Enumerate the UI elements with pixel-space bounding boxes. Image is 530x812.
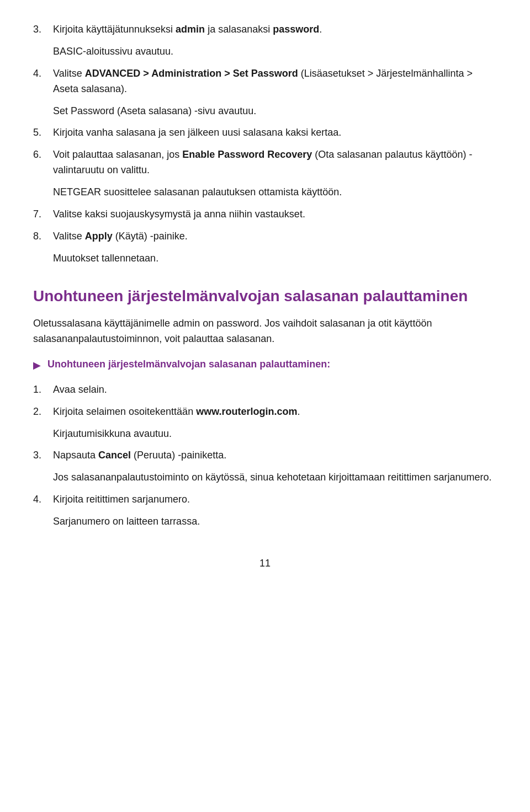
sub-item-number-3: 3. (33, 448, 53, 463)
sub-item-content-1: Avaa selain. (53, 382, 497, 398)
item-content-setpassword: Set Password (Aseta salasana) -sivu avau… (53, 104, 497, 119)
sub-item-content-3: Napsauta Cancel (Peruuta) -painiketta. (53, 448, 497, 463)
item-content-3: Kirjoita käyttäjätunnukseksi admin ja sa… (53, 22, 497, 38)
sub-item-content-2: Kirjoita selaimen osoitekenttään www.rou… (53, 404, 497, 420)
list-item-basic: BASIC-aloitussivu avautuu. (33, 44, 497, 60)
bold-advanced: ADVANCED > Administration > Set Password (85, 68, 298, 79)
page-number: 11 (33, 556, 497, 571)
numbered-list-sub: 1. Avaa selain. 2. Kirjoita selaimen oso… (33, 382, 497, 530)
sub-list-item-3: 3. Napsauta Cancel (Peruuta) -painiketta… (33, 448, 497, 463)
section-heading-forgotten: Unohtuneen järjestelmänvalvojan salasana… (33, 286, 497, 306)
sub-item-content-kirjautuminen: Kirjautumisikkuna avautuu. (53, 426, 497, 442)
item-number-6: 6. (33, 147, 53, 163)
sub-item-number-2: 2. (33, 404, 53, 420)
item-number-3: 3. (33, 22, 53, 38)
item-content-basic: BASIC-aloitussivu avautuu. (53, 44, 497, 60)
sub-list-item-jos: Jos salasananpalautustoiminto on käytöss… (33, 470, 497, 485)
list-item-7: 7. Valitse kaksi suojauskysymystä ja ann… (33, 207, 497, 222)
bold-routerlogin: www.routerlogin.com (196, 406, 297, 417)
sub-item-content-4: Kirjoita reitittimen sarjanumero. (53, 492, 497, 507)
sub-list-item-4: 4. Kirjoita reitittimen sarjanumero. (33, 492, 497, 507)
intro-paragraph: Oletussalasana käyttäjänimelle admin on … (33, 316, 497, 347)
arrow-heading: Unohtuneen järjestelmänvalvojan salasana… (47, 359, 330, 370)
sub-list-item-2: 2. Kirjoita selaimen osoitekenttään www.… (33, 404, 497, 420)
list-item-6: 6. Voit palauttaa salasanan, jos Enable … (33, 147, 497, 178)
item-number-5: 5. (33, 125, 53, 141)
item-content-7: Valitse kaksi suojauskysymystä ja anna n… (53, 207, 497, 222)
main-content: 3. Kirjoita käyttäjätunnukseksi admin ja… (33, 22, 497, 530)
bold-admin: admin (176, 24, 205, 35)
arrow-icon: ▶ (33, 358, 41, 373)
sub-list-item-kirjautuminen: Kirjautumisikkuna avautuu. (33, 426, 497, 442)
list-item-setpassword: Set Password (Aseta salasana) -sivu avau… (33, 104, 497, 119)
sub-item-content-sarjanumero: Sarjanumero on laitteen tarrassa. (53, 514, 497, 530)
arrow-content: Unohtuneen järjestelmänvalvojan salasana… (47, 357, 497, 372)
item-number-4: 4. (33, 66, 53, 82)
item-number-8: 8. (33, 229, 53, 244)
bold-cancel: Cancel (98, 450, 131, 461)
sub-list-item-sarjanumero: Sarjanumero on laitteen tarrassa. (33, 514, 497, 530)
item-content-muutokset: Muutokset tallennetaan. (53, 251, 497, 266)
sub-item-number-4: 4. (33, 492, 53, 507)
sub-list-item-1: 1. Avaa selain. (33, 382, 497, 398)
bold-enable-recovery: Enable Password Recovery (182, 149, 312, 160)
item-number-7: 7. (33, 207, 53, 222)
list-item-4: 4. Valitse ADVANCED > Administration > S… (33, 66, 497, 97)
sub-item-content-jos: Jos salasananpalautustoiminto on käytöss… (53, 470, 497, 485)
numbered-list-top: 3. Kirjoita käyttäjätunnukseksi admin ja… (33, 22, 497, 266)
list-item-3: 3. Kirjoita käyttäjätunnukseksi admin ja… (33, 22, 497, 38)
list-item-netgear: NETGEAR suosittelee salasanan palautukse… (33, 185, 497, 200)
list-item-muutokset: Muutokset tallennetaan. (33, 251, 497, 266)
item-content-5: Kirjoita vanha salasana ja sen jälkeen u… (53, 125, 497, 141)
bold-password: password (273, 24, 319, 35)
list-item-5: 5. Kirjoita vanha salasana ja sen jälkee… (33, 125, 497, 141)
item-content-4: Valitse ADVANCED > Administration > Set … (53, 66, 497, 97)
item-content-6: Voit palauttaa salasanan, jos Enable Pas… (53, 147, 497, 178)
arrow-section: ▶ Unohtuneen järjestelmänvalvojan salasa… (33, 357, 497, 373)
item-content-8: Valitse Apply (Käytä) -painike. (53, 229, 497, 244)
sub-item-number-1: 1. (33, 382, 53, 398)
bold-apply: Apply (85, 231, 113, 242)
list-item-8: 8. Valitse Apply (Käytä) -painike. (33, 229, 497, 244)
item-content-netgear: NETGEAR suosittelee salasanan palautukse… (53, 185, 497, 200)
